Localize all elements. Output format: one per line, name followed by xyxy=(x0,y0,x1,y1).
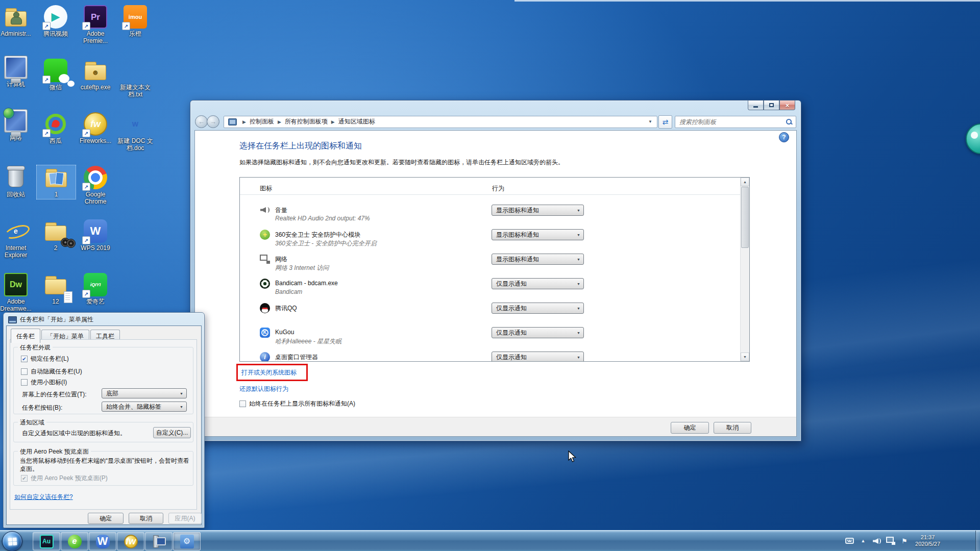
scrollbar[interactable]: ▲ ▼ xyxy=(740,178,749,361)
desktop-icon-folder-1[interactable]: 1 xyxy=(36,165,76,199)
notification-item-row: Bandicam - bdcam.exeBandicam仅显示通知 xyxy=(240,275,741,299)
dialog-ok-button[interactable]: 确定 xyxy=(88,513,124,524)
search-box[interactable] xyxy=(675,116,796,128)
forward-button[interactable]: → xyxy=(207,115,219,128)
appearance-checkbox[interactable] xyxy=(21,379,28,386)
system-icons-link[interactable]: 打开或关闭系统图标 xyxy=(241,368,297,377)
desktop-icon-network[interactable]: 网络 xyxy=(0,111,35,143)
desktop-icon-google-chrome[interactable]: Google Chrome xyxy=(76,165,115,207)
icon-glyph: ▶ xyxy=(52,11,60,22)
item-name: 网络 xyxy=(275,255,287,264)
network-icon xyxy=(886,536,895,545)
icon-wrap: e xyxy=(4,219,28,243)
desktop-icon-cuteftp[interactable]: cuteftp.exe xyxy=(76,58,115,92)
taskbar-button-fireworks[interactable]: fw xyxy=(117,532,144,550)
minimize-button[interactable] xyxy=(748,101,764,110)
desktop-icon-wps-2019[interactable]: WWPS 2019 xyxy=(76,218,115,253)
show-desktop-button[interactable] xyxy=(975,531,980,551)
breadcrumb-segment[interactable]: 通知区域图标 xyxy=(338,117,375,126)
taskbar-buttons-dropdown[interactable]: 始终合并、隐藏标签 xyxy=(102,402,187,412)
maximize-icon xyxy=(769,103,774,107)
desktop-icon-folder-2[interactable]: 2 xyxy=(36,218,75,253)
dialog-cancel-button[interactable]: 取消 xyxy=(129,513,163,524)
behavior-dropdown[interactable]: 显示图标和通知 xyxy=(492,254,584,265)
breadcrumb-segment[interactable]: 所有控制面板项 xyxy=(285,117,328,126)
address-dropdown-icon[interactable]: ▼ xyxy=(646,119,655,124)
cancel-button[interactable]: 取消 xyxy=(714,422,751,434)
behavior-dropdown[interactable]: 显示图标和通知 xyxy=(492,205,584,216)
taskbar-button-adobe-audition[interactable]: Au xyxy=(33,532,60,550)
taskbar-button-control-panel[interactable]: ⚙ xyxy=(173,532,201,550)
behavior-dropdown[interactable]: 仅显示通知 xyxy=(492,327,584,338)
breadcrumb-segment[interactable]: 控制面板 xyxy=(250,117,274,126)
refresh-button[interactable]: ⇄ xyxy=(658,115,672,129)
desktop-icon-administrator-folder[interactable]: Administr... xyxy=(0,4,35,39)
address-bar[interactable]: ▶ 控制面板▶所有控制面板项▶通知区域图标 ▼ xyxy=(224,116,657,128)
desktop-icon-recycle-bin[interactable]: 回收站 xyxy=(0,165,35,199)
icon-wrap xyxy=(44,219,67,243)
taskbar-button-computer-explorer[interactable] xyxy=(145,532,173,550)
dialog-apply-button[interactable]: 应用(A) xyxy=(168,513,202,524)
help-icon[interactable]: ? xyxy=(779,132,789,142)
scroll-down-icon[interactable]: ▼ xyxy=(741,353,749,361)
row-icon-wrap: i xyxy=(260,352,270,362)
tray-hidden-up-arrow-icon[interactable]: ▲ xyxy=(859,536,868,545)
desktop-icon-wechat[interactable]: 微信 xyxy=(36,58,75,92)
desktop-icon-new-text-file[interactable]: 新建文本文 档.txt xyxy=(116,58,155,99)
doc-file-icon: W xyxy=(124,112,147,136)
desktop-icon-adobe-premiere[interactable]: PrAdobe Premie... xyxy=(76,4,115,46)
taskbar-button-wps-office[interactable]: W xyxy=(89,532,116,550)
behavior-dropdown[interactable]: 仅显示通知 xyxy=(492,303,584,314)
icon-glyph: e xyxy=(14,228,18,235)
desktop-icon-folder-12[interactable]: 12 xyxy=(36,272,75,307)
taskbar-button-browser-360[interactable]: e xyxy=(61,532,88,550)
ok-button[interactable]: 确定 xyxy=(671,422,709,434)
back-button[interactable]: ← xyxy=(195,115,208,128)
row-icon-wrap xyxy=(260,254,270,264)
customize-taskbar-help-link[interactable]: 如何自定义该任务栏? xyxy=(14,493,73,502)
bandicam-icon xyxy=(260,279,270,289)
desktop-icon-tencent-video[interactable]: ▶腾讯视频 xyxy=(36,4,75,39)
taskbar-clock[interactable]: 21:37 2020/5/27 xyxy=(915,534,940,547)
appearance-checkbox[interactable] xyxy=(21,368,28,375)
desktop-icon-xigua[interactable]: 西瓜 xyxy=(36,111,75,146)
behavior-dropdown[interactable]: 仅显示通知 xyxy=(492,278,584,289)
desktop-icon-fireworks[interactable]: fwFireworks... xyxy=(76,111,115,146)
maximize-button[interactable] xyxy=(764,101,779,110)
start-button[interactable] xyxy=(2,531,22,551)
appearance-checkbox[interactable] xyxy=(21,356,28,362)
desktop-icon-iqiyi[interactable]: iQIYI爱奇艺 xyxy=(76,272,115,307)
close-button[interactable]: × xyxy=(779,101,795,110)
icon-glyph: e xyxy=(72,537,77,545)
search-input[interactable] xyxy=(678,118,786,126)
desktop-icon-label: WPS 2019 xyxy=(76,244,115,252)
tray-network-icon[interactable] xyxy=(886,536,895,545)
behavior-dropdown[interactable]: 仅显示通知 xyxy=(492,352,584,362)
keyboard-icon xyxy=(845,538,854,544)
desktop-icon-imou-lecheng[interactable]: imou乐橙 xyxy=(116,4,155,39)
icon-glyph: ⚑ xyxy=(901,538,908,544)
aero-peek-checkbox[interactable] xyxy=(21,475,28,482)
system-tray: ▲⚑ 21:37 2020/5/27 xyxy=(840,531,976,551)
tray-volume-icon[interactable] xyxy=(872,536,881,545)
desktop-icon-new-doc-file[interactable]: W新建 DOC 文 档.doc xyxy=(116,111,155,153)
tray-keyboard-icon[interactable] xyxy=(845,536,854,545)
desktop-icon-adobe-dreamweaver[interactable]: DwAdobe Dreamwe... xyxy=(0,272,35,314)
recycle-icon xyxy=(8,168,23,187)
scrollbar-thumb[interactable] xyxy=(741,187,749,248)
tab-taskbar[interactable]: 任务栏 xyxy=(11,329,40,343)
behavior-dropdown[interactable]: 显示图标和通知 xyxy=(492,229,584,240)
desktop-icon-internet-explorer[interactable]: eInternet Explorer xyxy=(0,218,35,260)
audition-icon: Au xyxy=(40,535,54,548)
customize-button[interactable]: 自定义(C)... xyxy=(153,427,191,438)
highlight-rectangle: 打开或关闭系统图标 xyxy=(236,364,308,381)
restore-defaults-link[interactable]: 还原默认图标行为 xyxy=(239,385,288,393)
clock-date: 2020/5/27 xyxy=(915,541,940,547)
select-value: 底部 xyxy=(106,389,118,398)
taskbar: AueWfw⚙ ▲⚑ 21:37 2020/5/27 xyxy=(0,530,980,551)
show-all-icons-checkbox[interactable] xyxy=(239,400,246,407)
taskbar-location-dropdown[interactable]: 底部 xyxy=(102,388,187,398)
tray-action-center-flag-icon[interactable]: ⚑ xyxy=(900,536,909,545)
desktop-icon-computer[interactable]: 计算机 xyxy=(0,58,35,89)
scroll-up-icon[interactable]: ▲ xyxy=(741,178,749,186)
